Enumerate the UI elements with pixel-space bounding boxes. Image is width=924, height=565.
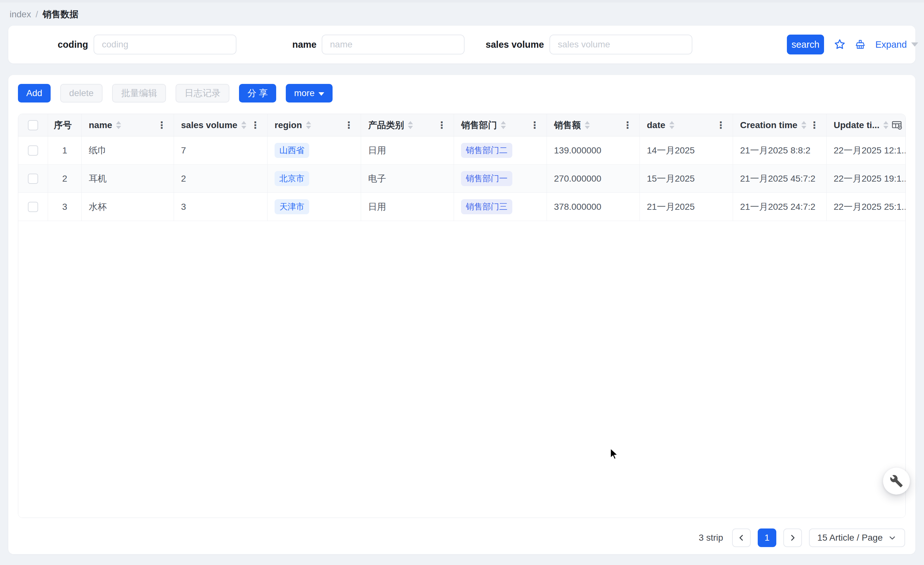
column-menu-icon[interactable]: ⋮: [716, 120, 726, 130]
column-menu-icon[interactable]: ⋮: [810, 120, 819, 130]
sort-control[interactable]: [883, 121, 888, 129]
expand-toggle[interactable]: Expand: [875, 39, 918, 50]
column-header-date: date ⋮: [640, 114, 733, 136]
sales-volume-input[interactable]: [549, 34, 692, 54]
expand-label: Expand: [875, 39, 907, 50]
breadcrumb-separator: /: [36, 9, 38, 19]
search-button[interactable]: search: [787, 34, 824, 54]
sort-control[interactable]: [116, 121, 121, 129]
table-cell: 耳机: [82, 165, 174, 192]
chevron-down-icon: [318, 92, 324, 96]
table-cell: 日用: [361, 136, 454, 164]
star-icon[interactable]: [833, 38, 846, 51]
table-empty-area: [18, 221, 905, 518]
column-header-department: 销售部门 ⋮: [454, 114, 547, 136]
chevron-down-icon: [888, 533, 897, 542]
column-header-creation-time: Creation time ⋮: [733, 114, 826, 136]
batch-edit-button[interactable]: 批量编辑: [112, 84, 166, 102]
delete-button[interactable]: delete: [60, 84, 102, 102]
region-tag: 天津市: [274, 199, 309, 214]
coding-input[interactable]: [93, 34, 237, 54]
table-cell: 北京市: [267, 165, 361, 192]
name-input[interactable]: [322, 34, 465, 54]
table-cell: 21一月2025 8:8:2: [733, 136, 826, 164]
region-tag: 山西省: [274, 143, 309, 158]
next-page-button[interactable]: [783, 529, 802, 547]
column-header-update-time: Update ti... ⋮: [826, 114, 905, 136]
table-cell: 纸巾: [82, 136, 174, 164]
table-cell: 2: [174, 165, 267, 192]
department-tag: 销售部门二: [461, 143, 512, 158]
department-tag: 销售部门三: [461, 199, 512, 214]
share-button[interactable]: 分 享: [239, 84, 276, 102]
table-cell: 3: [48, 193, 82, 221]
column-menu-icon[interactable]: ⋮: [344, 120, 354, 130]
column-menu-icon[interactable]: ⋮: [250, 120, 260, 130]
column-settings-icon[interactable]: [891, 120, 903, 131]
table-cell: 3: [174, 193, 267, 221]
region-tag: 北京市: [274, 171, 309, 186]
column-header-sales-amount: 销售额 ⋮: [547, 114, 640, 136]
sort-control[interactable]: [585, 121, 590, 129]
log-button[interactable]: 日志记录: [176, 84, 230, 102]
clear-icon[interactable]: [854, 38, 867, 51]
more-button-label: more: [294, 88, 315, 98]
sort-control[interactable]: [501, 121, 506, 129]
column-header-sales-volume: sales volume ⋮: [174, 114, 267, 136]
sort-control[interactable]: [306, 121, 311, 129]
sort-control[interactable]: [408, 121, 413, 129]
page-size-label: 15 Article / Page: [817, 533, 883, 543]
table-cell: 270.000000: [547, 165, 640, 192]
sort-control[interactable]: [801, 121, 806, 129]
prev-page-button[interactable]: [732, 529, 751, 547]
column-menu-icon[interactable]: ⋮: [623, 120, 633, 130]
row-checkbox[interactable]: [28, 145, 38, 156]
row-checkbox[interactable]: [28, 174, 38, 184]
chevron-down-icon: [911, 43, 918, 47]
table-row[interactable]: 3 水杯 3 天津市 日用 销售部门三 378.000000 21一月2025 …: [18, 193, 905, 221]
search-panel: coding name sales volume search Expand: [8, 25, 915, 63]
table-panel: Add delete 批量编辑 日志记录 分 享 more 序号 name ⋮ …: [8, 75, 915, 554]
breadcrumb-index-link[interactable]: index: [10, 9, 31, 19]
add-button[interactable]: Add: [18, 84, 51, 102]
table-cell: 7: [174, 136, 267, 164]
page-size-select[interactable]: 15 Article / Page: [809, 529, 905, 547]
select-all-checkbox[interactable]: [28, 120, 38, 130]
wrench-icon: [890, 474, 903, 488]
table-cell: 销售部门三: [454, 193, 547, 221]
sort-control[interactable]: [669, 121, 674, 129]
column-header-category: 产品类别 ⋮: [361, 114, 454, 136]
table-cell: 21一月2025: [640, 193, 733, 221]
header-checkbox-cell: [18, 114, 48, 136]
more-button[interactable]: more: [286, 84, 333, 102]
table-cell: [18, 165, 48, 192]
pagination-total: 3 strip: [699, 533, 723, 543]
table-cell: 山西省: [267, 136, 361, 164]
sort-control[interactable]: [241, 121, 246, 129]
page-title: 销售数据: [43, 8, 78, 21]
data-table: 序号 name ⋮ sales volume ⋮ region ⋮ 产品类别 ⋮: [18, 114, 906, 518]
name-label: name: [246, 39, 316, 50]
table-cell: 22一月2025 25:1...: [826, 193, 905, 221]
table-header-row: 序号 name ⋮ sales volume ⋮ region ⋮ 产品类别 ⋮: [18, 114, 905, 136]
column-header-index: 序号: [48, 114, 82, 136]
table-cell: 139.000000: [547, 136, 640, 164]
table-cell: 22一月2025 19:1...: [826, 165, 905, 192]
column-header-region: region ⋮: [267, 114, 361, 136]
coding-label: coding: [18, 39, 88, 50]
table-row[interactable]: 1 纸巾 7 山西省 日用 销售部门二 139.000000 14一月2025 …: [18, 136, 905, 165]
column-menu-icon[interactable]: ⋮: [157, 120, 166, 130]
table-cell: 销售部门二: [454, 136, 547, 164]
column-menu-icon[interactable]: ⋮: [437, 120, 447, 130]
table-cell: 1: [48, 136, 82, 164]
table-cell: 21一月2025 24:7:2: [733, 193, 826, 221]
settings-fab[interactable]: [883, 468, 910, 495]
column-menu-icon[interactable]: ⋮: [530, 120, 540, 130]
table-cell: 天津市: [267, 193, 361, 221]
table-cell: 电子: [361, 165, 454, 192]
table-cell: 水杯: [82, 193, 174, 221]
table-row[interactable]: 2 耳机 2 北京市 电子 销售部门一 270.000000 15一月2025 …: [18, 165, 905, 193]
row-checkbox[interactable]: [28, 202, 38, 212]
table-cell: 15一月2025: [640, 165, 733, 192]
current-page-button[interactable]: 1: [758, 529, 776, 547]
